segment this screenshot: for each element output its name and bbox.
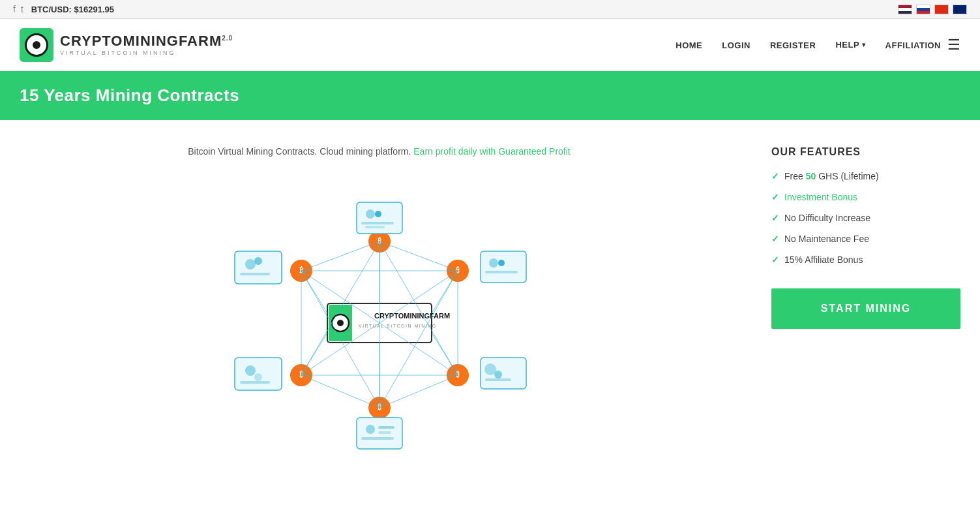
logo-area: CRYPTOMININGFARM2.0 VIRTUAL BITCOIN MINI… (20, 28, 233, 62)
facebook-icon[interactable]: f (13, 4, 16, 14)
svg-rect-45 (378, 431, 391, 434)
flag-russia[interactable] (916, 5, 930, 14)
btc-price: BTC/USD: $16291.95 (31, 5, 114, 14)
svg-rect-33 (485, 271, 518, 273)
feature-text-3: No Difficulty Increase (784, 213, 870, 223)
svg-line-15 (379, 375, 458, 408)
svg-point-35 (494, 371, 502, 378)
tagline: Bitcoin Virtual Mining Contracts. Cloud … (188, 146, 570, 157)
logo-text: CRYPTOMININGFARM2.0 VIRTUAL BITCOIN MINI… (60, 34, 233, 56)
diagram-area: Bitcoin Virtual Mining Contracts. Cloud … (0, 120, 758, 512)
svg-line-6 (379, 241, 458, 271)
main-content: Bitcoin Virtual Mining Contracts. Cloud … (0, 120, 980, 512)
network-svg: CRYPTOMININGFARM VIRTUAL BITCOIN MINING … (216, 176, 542, 450)
feature-no-maintenance: ✓ No Maintenance Fee (771, 234, 960, 244)
svg-rect-36 (485, 378, 511, 381)
logo-sub-text: VIRTUAL BITCOIN MINING (60, 50, 233, 56)
check-icon-1: ✓ (771, 171, 779, 181)
page-banner: 15 Years Mining Contracts (0, 71, 980, 120)
nav-item-help[interactable]: HELP ▾ (835, 40, 865, 50)
svg-rect-29 (361, 222, 394, 224)
tagline-highlight: Earn profit daily with Guaranteed Profit (413, 146, 570, 157)
feature-text-1: Free 50 GHS (Lifetime) (784, 171, 879, 181)
logo-dot (33, 41, 40, 49)
nav-links: HOME LOGIN REGISTER HELP ▾ AFFILIATION (676, 39, 941, 51)
svg-point-43 (366, 425, 375, 434)
twitter-icon[interactable]: t (21, 4, 23, 14)
svg-point-31 (489, 258, 498, 268)
feature-affiliate-bonus: ✓ 15% Affiliate Bonus (771, 254, 960, 265)
flag-china[interactable] (934, 5, 949, 14)
svg-rect-42 (240, 381, 270, 384)
svg-rect-30 (365, 226, 385, 228)
feature-investment-bonus: ✓ Investment Bonus (771, 192, 960, 202)
logo-icon (20, 28, 53, 62)
feature-no-difficulty: ✓ No Difficulty Increase (771, 213, 960, 223)
svg-line-26 (301, 271, 327, 313)
svg-point-38 (254, 257, 262, 265)
card-top (357, 202, 402, 234)
logo-inner-ring (25, 33, 48, 57)
features-title: OUR FEATURES (771, 146, 960, 158)
svg-point-27 (366, 209, 375, 219)
features-panel: OUR FEATURES ✓ Free 50 GHS (Lifetime) ✓ … (758, 120, 980, 512)
check-icon-5: ✓ (771, 254, 779, 265)
svg-rect-44 (378, 426, 394, 429)
svg-point-40 (245, 365, 256, 376)
svg-point-41 (254, 373, 262, 381)
nav-item-affiliation[interactable]: AFFILIATION (885, 39, 941, 51)
check-icon-4: ✓ (771, 234, 779, 244)
svg-rect-46 (361, 437, 394, 440)
network-diagram: CRYPTOMININGFARM VIRTUAL BITCOIN MINING … (216, 176, 542, 450)
feature-text-2: Investment Bonus (784, 192, 857, 202)
start-mining-button[interactable]: START MINING (771, 288, 960, 329)
navbar: CRYPTOMININGFARM2.0 VIRTUAL BITCOIN MINI… (0, 19, 980, 71)
svg-line-10 (301, 241, 379, 271)
card-right-top (481, 251, 526, 283)
flag-uk[interactable] (953, 5, 967, 14)
flag-thailand[interactable] (898, 5, 912, 14)
flags (898, 5, 967, 14)
svg-line-23 (432, 333, 458, 375)
hamburger-menu-icon[interactable]: ☰ (947, 37, 960, 54)
logo-main-text: CRYPTOMININGFARM2.0 (60, 34, 233, 48)
nav-item-login[interactable]: LOGIN (722, 39, 750, 51)
chevron-down-icon: ▾ (862, 41, 866, 48)
svg-rect-39 (240, 273, 270, 275)
svg-line-25 (301, 333, 327, 375)
feature-text-5: 15% Affiliate Bonus (784, 254, 863, 265)
nav-item-register[interactable]: REGISTER (770, 39, 816, 51)
top-bar: f t BTC/USD: $16291.95 (0, 0, 980, 19)
svg-point-37 (245, 259, 256, 269)
check-icon-3: ✓ (771, 213, 779, 223)
svg-line-18 (301, 375, 379, 408)
center-logo-dot (337, 320, 344, 326)
feature-free-ghs: ✓ Free 50 GHS (Lifetime) (771, 171, 960, 181)
check-icon-2: ✓ (771, 192, 779, 202)
card-left-top (235, 251, 282, 284)
svg-point-32 (498, 260, 505, 266)
social-icons: f t (13, 4, 23, 14)
nav-item-home[interactable]: HOME (676, 39, 702, 51)
svg-line-22 (432, 271, 458, 313)
page-title: 15 Years Mining Contracts (20, 85, 960, 106)
svg-point-28 (375, 211, 381, 217)
feature-text-4: No Maintenance Fee (784, 234, 869, 244)
